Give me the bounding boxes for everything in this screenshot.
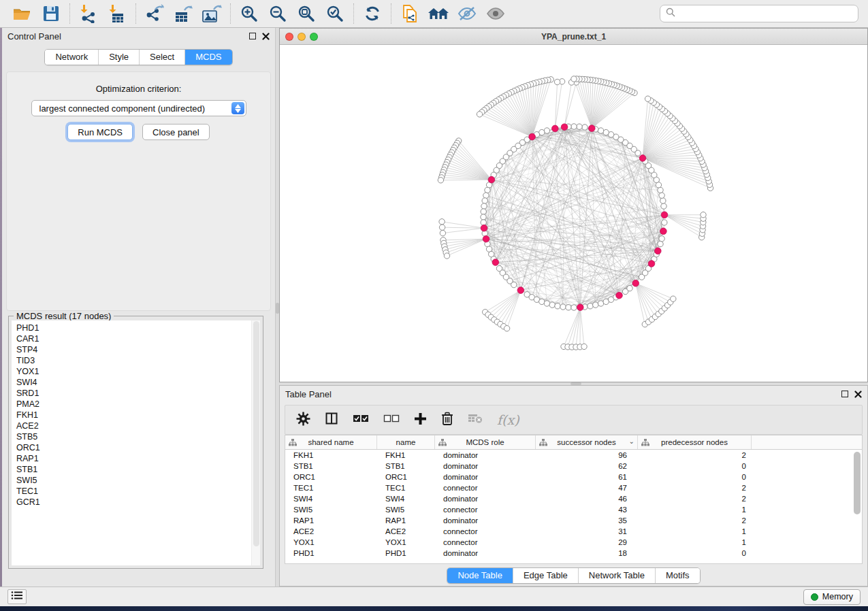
delete-column-button[interactable] [441, 412, 453, 429]
first-neighbors-button[interactable] [426, 2, 451, 25]
memory-status-icon [811, 593, 818, 601]
mcds-result-item[interactable]: STP4 [16, 344, 260, 355]
column-header-shared-name[interactable]: shared name [285, 435, 377, 449]
table-row[interactable]: FKH1FKH1dominator962 [285, 450, 862, 461]
table-row[interactable]: YOX1YOX1connector291 [285, 537, 862, 548]
table-row[interactable]: PHD1PHD1dominator180 [285, 548, 862, 559]
criterion-select[interactable]: largest connected component (undirected) [31, 100, 246, 116]
tab-network[interactable]: Network [45, 50, 98, 65]
close-panel-button[interactable]: Close panel [142, 124, 210, 140]
column-header-name[interactable]: name [377, 435, 435, 449]
float-panel-icon[interactable] [249, 33, 256, 39]
mcds-result-item[interactable]: SRD1 [16, 388, 260, 399]
column-header-successor-nodes[interactable]: successor nodes⌄ [536, 435, 638, 449]
hide-selected-button[interactable] [455, 2, 479, 25]
search-box[interactable] [660, 5, 858, 22]
export-image-button[interactable] [199, 2, 224, 25]
task-history-button[interactable] [7, 589, 27, 604]
mcds-result-item[interactable]: TID3 [16, 355, 260, 366]
import-network-icon [78, 4, 99, 23]
network-window-titlebar[interactable]: YPA_prune.txt_1 [280, 29, 867, 45]
mcds-result-item[interactable]: SWI5 [16, 475, 260, 486]
mcds-result-item[interactable]: ORC1 [16, 442, 260, 453]
show-columns-button[interactable] [325, 412, 338, 428]
tab-edge-table[interactable]: Edge Table [513, 568, 578, 583]
export-network-button[interactable] [142, 2, 167, 25]
cell-successor-nodes: 31 [536, 526, 638, 537]
zoom-out-button[interactable] [266, 2, 290, 25]
cell-shared-name: RAP1 [285, 515, 377, 526]
tab-network-table[interactable]: Network Table [578, 568, 655, 583]
control-panel-header: Control Panel [2, 28, 275, 44]
memory-button[interactable]: Memory [803, 589, 861, 605]
minimize-window-icon[interactable] [298, 33, 306, 41]
cell-predecessor-nodes: 0 [638, 461, 752, 472]
mcds-result-item[interactable]: GCR1 [16, 497, 260, 508]
mcds-result-item[interactable]: FKH1 [16, 410, 260, 420]
close-panel-icon[interactable] [854, 391, 862, 398]
add-column-button[interactable] [414, 412, 427, 428]
import-table-button[interactable] [105, 2, 129, 25]
network-graph[interactable] [280, 45, 867, 381]
column-header-MCDS-role[interactable]: MCDS role [435, 435, 536, 449]
mcds-result-item[interactable]: STB5 [16, 431, 260, 442]
tab-motifs[interactable]: Motifs [655, 568, 700, 583]
network-canvas[interactable] [280, 45, 867, 382]
zoom-selected-button[interactable] [323, 2, 347, 25]
cell-shared-name: SWI5 [285, 504, 377, 515]
mcds-result-item[interactable]: SWI4 [16, 377, 260, 388]
table-row[interactable]: ACE2ACE2connector311 [285, 526, 862, 537]
export-table-button[interactable] [171, 2, 195, 25]
run-mcds-button[interactable]: Run MCDS [67, 124, 133, 140]
refresh-view-button[interactable] [360, 2, 385, 25]
table-settings-button[interactable] [296, 412, 310, 429]
table-row[interactable]: ORC1ORC1dominator610 [285, 472, 862, 482]
table-row[interactable]: STB1STB1dominator620 [285, 461, 862, 472]
criterion-value: largest connected component (undirected) [39, 103, 206, 114]
zoom-fit-button[interactable] [294, 2, 319, 25]
close-window-icon[interactable] [285, 33, 293, 41]
column-type-icon [539, 439, 547, 448]
cell-MCDS-role: dominator [435, 493, 536, 504]
toolbar-separator [353, 3, 354, 24]
deselect-all-button[interactable] [383, 414, 400, 426]
search-input[interactable] [679, 9, 852, 19]
clone-network-icon [400, 3, 419, 24]
close-panel-icon[interactable] [262, 33, 270, 40]
clone-network-button[interactable] [398, 2, 422, 25]
table-row[interactable]: SWI4SWI4dominator462 [285, 493, 862, 504]
table-row[interactable]: SWI5SWI5connector431 [285, 504, 862, 515]
mcds-result-item[interactable]: ACE2 [16, 420, 260, 431]
import-network-button[interactable] [76, 2, 101, 25]
cell-predecessor-nodes: 2 [638, 450, 752, 461]
maximize-window-icon[interactable] [310, 33, 318, 41]
mcds-result-item[interactable]: TEC1 [16, 486, 260, 497]
show-all-button[interactable] [483, 2, 508, 25]
mcds-result-item[interactable]: RAP1 [16, 453, 260, 464]
tab-select[interactable]: Select [139, 50, 184, 65]
open-folder-icon [12, 5, 33, 22]
mcds-result-item[interactable]: YOX1 [16, 366, 260, 377]
mcds-result-item[interactable]: STB1 [16, 464, 260, 475]
open-session-button[interactable] [10, 2, 35, 25]
zoom-selected-icon [325, 4, 344, 23]
table-row[interactable]: RAP1RAP1dominator352 [285, 515, 862, 526]
select-all-button[interactable] [353, 414, 369, 426]
tab-node-table[interactable]: Node Table [447, 568, 513, 583]
tab-style[interactable]: Style [98, 50, 139, 65]
mcds-list-scrollbar[interactable] [251, 320, 260, 565]
tab-mcds[interactable]: MCDS [184, 50, 231, 65]
zoom-in-button[interactable] [237, 2, 261, 25]
cell-predecessor-nodes: 1 [638, 504, 752, 515]
column-header-predecessor-nodes[interactable]: predecessor nodes [638, 435, 752, 449]
table-row[interactable]: TEC1TEC1connector472 [285, 482, 862, 493]
mcds-result-item[interactable]: PMA2 [16, 399, 260, 410]
mcds-result-item[interactable]: PHD1 [16, 323, 260, 333]
cell-successor-nodes: 35 [536, 515, 638, 526]
toolbar-separator [69, 3, 70, 24]
control-panel-title: Control Panel [7, 31, 61, 42]
table-scrollbar[interactable] [854, 452, 861, 514]
float-panel-icon[interactable] [841, 391, 848, 397]
mcds-result-item[interactable]: CAR1 [16, 333, 260, 344]
save-session-button[interactable] [39, 2, 63, 25]
